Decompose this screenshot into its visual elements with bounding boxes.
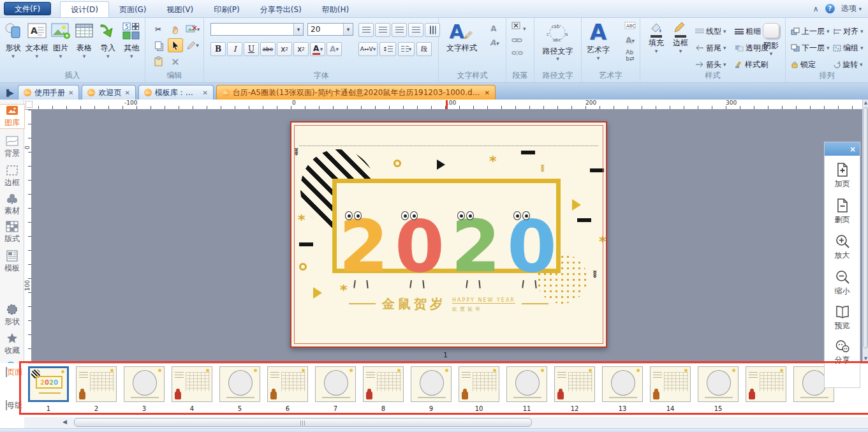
vertical-scrollbar[interactable]: ▲ ▼ xyxy=(862,100,868,362)
menu-item-帮助(H)[interactable]: 帮助(H) xyxy=(312,2,359,17)
tab-pages[interactable]: 页面 xyxy=(1,367,27,378)
document-tab[interactable]: dps台历-A5圈装(13张双面)-简约卡通创意2020鼠年台历191203-1… xyxy=(216,85,496,100)
panel-item-删页[interactable]: 删页 xyxy=(835,198,850,225)
close-icon[interactable]: ✕ xyxy=(202,89,207,96)
bring-forward-button[interactable]: 上一层▾ xyxy=(791,26,833,37)
page-thumbnail[interactable] xyxy=(506,366,547,402)
close-icon[interactable]: ✕ xyxy=(124,89,129,96)
document-tab[interactable]: dps欢迎页✕ xyxy=(82,85,135,100)
paste-icon[interactable] xyxy=(151,54,166,68)
page-thumbnail[interactable] xyxy=(315,366,356,402)
superscript-button[interactable]: x2 xyxy=(293,42,309,56)
chevron-down-icon[interactable]: ▾ xyxy=(534,56,581,61)
edit-pen-icon[interactable]: ▾ xyxy=(185,38,200,52)
font-color-button[interactable]: A▾ xyxy=(310,42,325,56)
page-thumbnail[interactable] xyxy=(363,366,404,402)
sidebar-item-收藏[interactable]: 收藏 xyxy=(0,332,24,356)
insert-import-button[interactable]: 导入▾ xyxy=(96,22,119,59)
wordart-button[interactable]: A 艺术字 ▾ xyxy=(587,19,610,61)
paragraph-dialog-button[interactable]: 段 xyxy=(416,42,432,56)
select-cursor-icon[interactable] xyxy=(168,38,183,52)
delete-icon[interactable]: × xyxy=(168,54,183,68)
rotate-button[interactable]: 旋转▾ xyxy=(833,59,868,70)
columns-icon[interactable]: ▾ xyxy=(398,42,415,56)
close-icon[interactable]: ✕ xyxy=(484,89,489,96)
tab-master[interactable]: 母版 xyxy=(1,400,27,411)
sidebar-item-模板[interactable]: 模板 xyxy=(0,250,24,274)
align-center-icon[interactable] xyxy=(375,23,390,37)
menu-item-页面(G)[interactable]: 页面(G) xyxy=(109,2,157,17)
text-skew-icon[interactable]: A▾ xyxy=(490,38,501,47)
underline-button[interactable]: U xyxy=(244,42,259,56)
text-wrap-icon[interactable]: ▾ xyxy=(511,22,526,33)
text-shadow-icon[interactable]: A▾ xyxy=(626,36,635,45)
border-button[interactable]: 边框 ▾ xyxy=(670,22,691,54)
horizontal-scrollbar[interactable]: ◀ xyxy=(24,417,868,428)
close-icon[interactable]: × xyxy=(850,145,856,154)
scroll-down-icon[interactable]: ▼ xyxy=(863,355,868,362)
insert-shapes-button[interactable]: 形状▾ xyxy=(2,22,25,59)
page-thumbnail[interactable] xyxy=(554,366,595,402)
horizontal-scroll-thumb[interactable] xyxy=(74,418,532,427)
page-thumbnail[interactable] xyxy=(602,366,643,402)
menu-item-文件(F)[interactable]: 文件(F) xyxy=(4,2,51,15)
page-thumbnail[interactable] xyxy=(650,366,691,402)
fill-button[interactable]: 填充 ▾ xyxy=(645,22,667,54)
italic-button[interactable]: I xyxy=(227,42,242,56)
text-direction-icon[interactable]: Abb⇄ xyxy=(626,49,634,62)
help-icon[interactable]: ? xyxy=(825,4,835,13)
page-thumbnail[interactable] xyxy=(698,366,739,402)
align-justify-icon[interactable] xyxy=(408,23,423,37)
insert-picture-button[interactable]: 图片▾ xyxy=(49,22,72,59)
panel-item-放大[interactable]: 放大 xyxy=(835,234,850,261)
sidebar-item-素材[interactable]: 素材 xyxy=(0,193,24,216)
shadow-button[interactable]: 阴影 ▾ xyxy=(760,23,782,56)
font-name-select[interactable]: ▾ xyxy=(210,23,304,36)
page-thumbnail[interactable] xyxy=(411,366,452,402)
align-left-icon[interactable] xyxy=(358,23,374,37)
insert-table-button[interactable]: 表格▾ xyxy=(73,22,96,59)
menu-item-视图(V)[interactable]: 视图(V) xyxy=(157,2,204,17)
page-thumbnail[interactable] xyxy=(124,366,165,402)
group-objects-button[interactable]: 编组▾ xyxy=(833,43,868,54)
lock-button[interactable]: 锁定 xyxy=(791,59,833,70)
align-right-icon[interactable] xyxy=(392,23,407,37)
cut-icon[interactable]: ✂ xyxy=(151,22,166,36)
arrow-tail-button[interactable]: 箭尾▾ xyxy=(695,43,735,54)
panel-item-分享[interactable]: 分享 xyxy=(835,339,850,366)
arrow-head-button[interactable]: 箭头▾ xyxy=(695,59,735,70)
scroll-left-icon[interactable]: ◀ xyxy=(63,419,67,425)
line-spacing-icon[interactable]: ↕ xyxy=(379,42,396,56)
page-thumbnail[interactable] xyxy=(76,366,117,402)
panel-item-缩小[interactable]: 缩小 xyxy=(835,269,850,297)
text-style-button[interactable]: A🖉 文字样式 xyxy=(446,20,476,54)
bold-button[interactable]: B xyxy=(210,42,226,56)
path-text-button[interactable]: cababcca xyxy=(545,20,570,47)
style-brush-button[interactable]: 样式刷 xyxy=(735,59,777,70)
replace-image-icon[interactable]: ▾ xyxy=(185,22,200,36)
sidebar-item-背景[interactable]: 背景 xyxy=(0,135,24,159)
menu-item-设计(D)[interactable]: 设计(D) xyxy=(60,1,109,17)
page-thumbnail[interactable] xyxy=(459,366,499,402)
document-tab[interactable]: dps使用手册✕ xyxy=(18,85,79,100)
char-style-button[interactable]: A▾ xyxy=(327,42,342,56)
align-objects-button[interactable]: 对齐▾ xyxy=(833,26,868,37)
line-type-button[interactable]: 线型▾ xyxy=(695,26,735,37)
menu-item-分享导出(S)[interactable]: 分享导出(S) xyxy=(250,2,312,17)
options-button[interactable]: 选项 ▾ xyxy=(841,3,862,14)
insert-other-button[interactable]: 5其他▾ xyxy=(120,22,143,59)
page-thumbnail[interactable]: 2020 xyxy=(28,366,69,402)
font-size-select[interactable]: 20▾ xyxy=(307,23,353,36)
subscript-button[interactable]: x2 xyxy=(277,42,292,56)
page-thumbnail[interactable] xyxy=(267,366,308,402)
scroll-up-icon[interactable]: ▲ xyxy=(863,100,868,106)
sidebar-item-形状[interactable]: 形状 xyxy=(0,304,24,327)
close-icon[interactable]: ✕ xyxy=(68,89,73,96)
expand-panel-button[interactable]: ▐▶ xyxy=(0,86,18,100)
send-backward-button[interactable]: 下一层▾ xyxy=(791,43,833,54)
insert-textbox-button[interactable]: A文本框▾ xyxy=(26,22,48,59)
copy-icon[interactable] xyxy=(151,38,166,52)
menu-item-印刷(P)[interactable]: 印刷(P) xyxy=(203,2,250,17)
vertical-text-icon[interactable] xyxy=(425,23,440,37)
vertical-scroll-thumb[interactable] xyxy=(864,107,868,348)
